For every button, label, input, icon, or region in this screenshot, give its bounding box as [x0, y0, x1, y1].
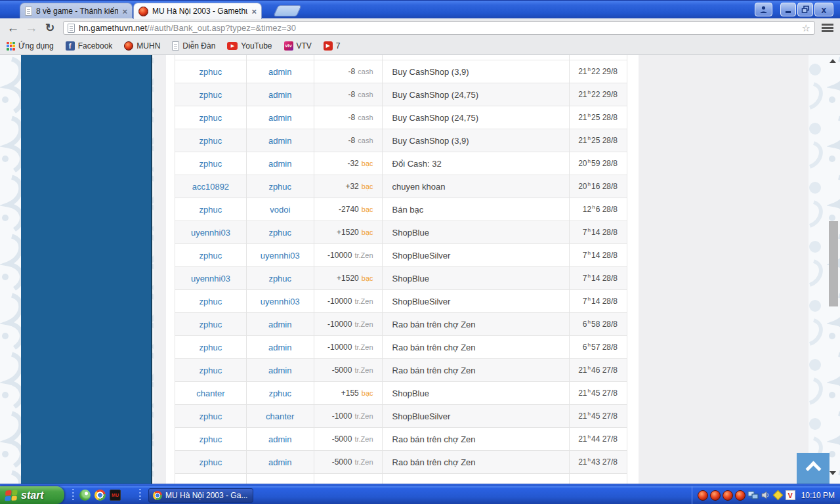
from-user-link[interactable]: zphuc	[200, 457, 222, 467]
from-user-link[interactable]: uyennhi03	[191, 228, 230, 238]
bookmark-youtube[interactable]: ▶ YouTube	[227, 41, 272, 51]
to-user-link[interactable]: admin	[268, 159, 291, 169]
to-user-link[interactable]: zphuc	[268, 228, 291, 238]
from-user-link[interactable]: zphuc	[200, 434, 222, 444]
from-user-link[interactable]: uyennhi03	[191, 274, 230, 284]
amount-value: -5000	[332, 434, 352, 444]
tray-mu-icon[interactable]	[710, 490, 721, 501]
amount-value: -32	[347, 159, 358, 168]
from-user-link[interactable]: zphuc	[200, 159, 222, 169]
scrollbar-down-arrow[interactable]	[830, 471, 836, 475]
tray-mu-icon[interactable]	[698, 490, 708, 501]
document-favicon-icon	[25, 7, 32, 16]
to-user-link[interactable]: admin	[268, 113, 291, 123]
amount-value: +1520	[337, 228, 359, 237]
to-user-link[interactable]: admin	[268, 320, 291, 329]
to-user-link[interactable]: admin	[268, 434, 291, 444]
vtv-icon: vtv	[284, 41, 293, 51]
bookmark-label: VTV	[297, 41, 312, 51]
transaction-time: 21h46 27/8	[570, 359, 627, 381]
amount-unit: bạc	[362, 182, 373, 190]
table-row: zphucadmin-8cashBuy CashShop (24,75)21h2…	[175, 83, 627, 106]
to-user-link[interactable]: zphuc	[268, 182, 291, 192]
from-user-link[interactable]: zphuc	[200, 67, 222, 77]
to-user-link[interactable]: zphuc	[268, 274, 291, 284]
profile-button[interactable]	[755, 3, 772, 16]
tab-active[interactable]: MU Hà Nội 2003 - GamethuVN ×	[133, 3, 262, 19]
from-user-link[interactable]: zphuc	[200, 320, 222, 329]
transaction-time: 20h16 28/8	[570, 175, 627, 198]
taskbar-task-button[interactable]: MU Hà Nội 2003 - Ga...	[148, 488, 253, 503]
to-user-link[interactable]: uyennhi03	[261, 251, 300, 261]
tab-close-icon[interactable]: ×	[122, 7, 127, 16]
quicklaunch-gcafe-icon[interactable]	[79, 490, 91, 501]
minimize-button[interactable]	[780, 3, 796, 16]
scrollbar-thumb[interactable]	[829, 221, 838, 306]
from-user-link[interactable]: zphuc	[200, 90, 222, 100]
bookmark-muhn[interactable]: MUHN	[124, 41, 160, 51]
quicklaunch-chrome-icon[interactable]	[94, 490, 106, 501]
from-user-link[interactable]: chanter	[196, 388, 224, 398]
close-button[interactable]: x	[814, 3, 833, 16]
new-tab-button[interactable]	[273, 5, 302, 16]
bookmark-facebook[interactable]: f Facebook	[66, 41, 113, 51]
quicklaunch-mu-icon[interactable]: MU	[110, 490, 121, 501]
scrollbar-up-arrow[interactable]	[830, 59, 836, 63]
to-user-link[interactable]: zphuc	[268, 388, 291, 398]
amount-unit: tr.Zen	[354, 320, 373, 328]
to-user-link[interactable]: vodoi	[270, 205, 290, 215]
to-user-link[interactable]: admin	[268, 366, 291, 375]
start-button[interactable]: start	[0, 486, 64, 504]
bookmark-7[interactable]: ▶ 7	[324, 41, 341, 51]
reload-button[interactable]: ↻	[41, 21, 59, 35]
left-sidebar-panel	[21, 55, 152, 484]
address-bar[interactable]: hn.gamethuvn.net/#auth/Bank_out.asp?type…	[63, 21, 815, 35]
bookmark-apps[interactable]: Ứng dụng	[7, 41, 54, 51]
screen: 8 về game - Thánh kiếm Zen × MU Hà Nội 2…	[0, 0, 840, 504]
forward-button[interactable]: →	[22, 21, 41, 35]
to-user-link[interactable]: admin	[268, 457, 291, 467]
from-user-link[interactable]: zphuc	[200, 343, 222, 352]
tab-title: MU Hà Nội 2003 - GamethuVN	[152, 7, 247, 16]
tray-mu-icon[interactable]	[723, 490, 733, 501]
to-user-link[interactable]: admin	[268, 90, 291, 100]
menu-icon[interactable]	[822, 24, 833, 32]
transaction-description: Rao bán trên chợ Zen	[383, 428, 570, 450]
to-user-link[interactable]: admin	[268, 67, 291, 77]
v-app-icon[interactable]: V	[786, 490, 795, 500]
volume-icon[interactable]	[761, 490, 770, 500]
to-user-link[interactable]: chanter	[266, 411, 294, 421]
amount-unit: bạc	[362, 274, 373, 282]
taskbar-clock: 10:10 PM	[801, 491, 835, 500]
to-user-link[interactable]: admin	[268, 343, 291, 352]
from-user-link[interactable]: zphuc	[200, 136, 222, 146]
to-user-link[interactable]: admin	[268, 136, 291, 146]
from-user-link[interactable]: zphuc	[200, 113, 222, 123]
bookmark-vtv[interactable]: vtv VTV	[284, 41, 312, 51]
back-button[interactable]: ←	[4, 21, 22, 35]
tab-close-icon[interactable]: ×	[251, 7, 257, 16]
tab-inactive[interactable]: 8 về game - Thánh kiếm Zen ×	[20, 3, 133, 19]
messenger-diamond-icon[interactable]	[772, 490, 783, 501]
from-user-link[interactable]: zphuc	[200, 411, 222, 421]
from-user-link[interactable]: zphuc	[200, 205, 222, 215]
tray-mu-icon[interactable]	[735, 490, 746, 501]
to-user-link[interactable]: uyennhi03	[261, 297, 300, 306]
amount-unit: tr.Zen	[354, 297, 373, 305]
table-row: zphucchanter-1000tr.ZenShopBlueSilver21h…	[175, 405, 627, 428]
scroll-to-top-button[interactable]	[797, 453, 830, 484]
from-user-link[interactable]: zphuc	[200, 297, 222, 306]
from-user-link[interactable]: acc10892	[192, 182, 229, 192]
url-text[interactable]: hn.gamethuvn.net/#auth/Bank_out.asp?type…	[79, 23, 798, 33]
bookmark-dien-dan[interactable]: Diễn Đàn	[172, 41, 215, 51]
network-icon[interactable]	[747, 490, 759, 501]
from-user-link[interactable]: zphuc	[200, 366, 222, 375]
browser-toolbar: ← → ↻ hn.gamethuvn.net/#auth/Bank_out.as…	[0, 18, 840, 37]
transaction-time: 6h57 28/8	[570, 336, 627, 358]
amount-value: -8	[348, 67, 356, 76]
bookmark-star-icon[interactable]: ☆	[802, 23, 810, 33]
chrome-icon	[153, 491, 162, 500]
from-user-link[interactable]: zphuc	[200, 251, 222, 261]
system-tray: V 10:10 PM	[692, 486, 840, 504]
restore-button[interactable]	[797, 3, 813, 16]
